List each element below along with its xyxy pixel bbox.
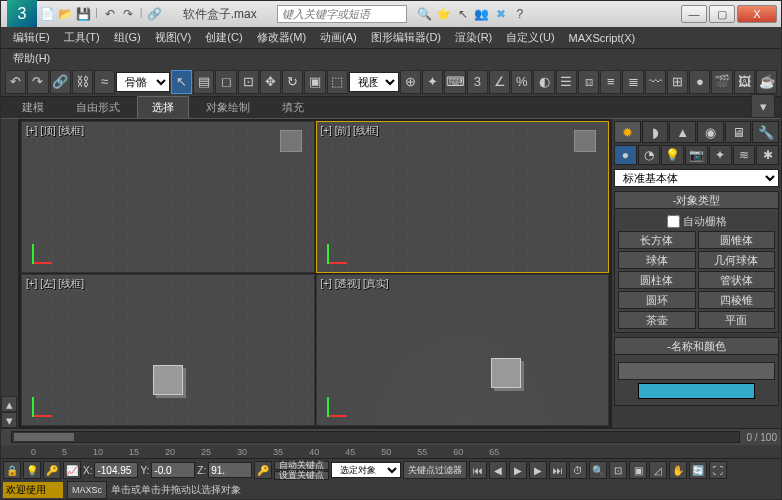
maxscript-listener[interactable]: MAXSc (67, 481, 107, 499)
cp-sub-spacewarps-icon[interactable]: ≋ (733, 145, 756, 165)
cp-sub-helpers-icon[interactable]: ✦ (709, 145, 732, 165)
viewport-perspective[interactable]: [+] [透视] [真实] (316, 274, 610, 426)
ribbon-tab-object-paint[interactable]: 对象绘制 (191, 96, 265, 118)
ribbon-tab-freeform[interactable]: 自由形式 (61, 96, 135, 118)
ribbon-tab-selection[interactable]: 选择 (137, 96, 189, 118)
viewcube-icon[interactable] (280, 130, 302, 152)
select-by-name-icon[interactable]: ▤ (193, 70, 214, 94)
scale-tool-icon[interactable]: ▣ (304, 70, 325, 94)
pivot-center-icon[interactable]: ⊕ (400, 70, 421, 94)
prev-frame-icon[interactable]: ◀ (489, 461, 507, 479)
search-input[interactable] (277, 5, 407, 23)
rollout-name-color[interactable]: - 名称和颜色 (614, 337, 779, 355)
maximize-button[interactable]: ▢ (709, 5, 735, 23)
object-name-input[interactable] (618, 362, 775, 380)
create-primitive-button[interactable]: 球体 (618, 251, 696, 269)
create-primitive-button[interactable]: 圆环 (618, 291, 696, 309)
orbit-icon[interactable]: 🔄 (689, 461, 707, 479)
render-frame-icon[interactable]: 🖼 (734, 70, 755, 94)
menu-animation[interactable]: 动画(A) (314, 28, 363, 47)
rotate-tool-icon[interactable]: ↻ (282, 70, 303, 94)
menu-maxscript[interactable]: MAXScript(X) (563, 30, 642, 46)
menu-views[interactable]: 视图(V) (149, 28, 198, 47)
selection-filter-combo[interactable]: 骨骼 (116, 72, 170, 92)
zoom-icon[interactable]: 🔍 (589, 461, 607, 479)
mirror-icon[interactable]: ⧈ (578, 70, 599, 94)
minimize-button[interactable]: — (681, 5, 707, 23)
menu-create[interactable]: 创建(C) (199, 28, 248, 47)
ref-coord-combo[interactable]: 视图 (349, 72, 399, 92)
timeline-ruler[interactable]: 05101520253035404550556065 (1, 445, 781, 459)
spinner-snap-icon[interactable]: ◐ (533, 70, 554, 94)
z-input[interactable] (208, 462, 252, 478)
viewport-top-label[interactable]: [+] [顶] [线框] (26, 124, 84, 138)
scroll-down-icon[interactable]: ▾ (1, 412, 17, 428)
menu-customize[interactable]: 自定义(U) (500, 28, 560, 47)
bind-space-warp-icon[interactable]: ≈ (94, 70, 115, 94)
viewport-front[interactable]: [+] [前] [线框] (316, 121, 610, 273)
viewport-left[interactable]: [+] [左] [线框] (21, 274, 315, 426)
cp-tab-display-icon[interactable]: 🖥 (725, 121, 752, 143)
render-setup-icon[interactable]: 🎬 (711, 70, 732, 94)
app-logo-icon[interactable]: 3 (7, 0, 37, 29)
named-selection-icon[interactable]: ☰ (556, 70, 577, 94)
cp-sub-cameras-icon[interactable]: 📷 (685, 145, 708, 165)
redo-icon[interactable]: ↷ (120, 6, 136, 22)
window-crossing-icon[interactable]: ⊡ (238, 70, 259, 94)
snap-toggle-icon[interactable]: 3 (467, 70, 488, 94)
ribbon-expand-icon[interactable]: ▾ (751, 94, 775, 118)
lock-selection-icon[interactable]: 🔒 (3, 461, 21, 479)
manipulate-icon[interactable]: ✦ (422, 70, 443, 94)
cp-sub-lights-icon[interactable]: 💡 (661, 145, 684, 165)
time-config-icon[interactable]: ⏱ (569, 461, 587, 479)
community-icon[interactable]: 👥 (474, 6, 490, 22)
key-icon[interactable]: 🔑 (254, 461, 272, 479)
next-frame-icon[interactable]: ▶ (529, 461, 547, 479)
timeline-slider[interactable] (11, 431, 740, 443)
link-icon[interactable]: 🔗 (147, 6, 163, 22)
scene-object-cube[interactable] (153, 365, 183, 395)
ribbon-tab-populate[interactable]: 填充 (267, 96, 319, 118)
goto-end-icon[interactable]: ⏭ (549, 461, 567, 479)
cp-tab-motion-icon[interactable]: ◉ (697, 121, 724, 143)
menu-group[interactable]: 组(G) (108, 28, 147, 47)
setkey-button[interactable]: 设置关键点 (274, 471, 329, 480)
cp-sub-shapes-icon[interactable]: ◔ (638, 145, 661, 165)
create-primitive-button[interactable]: 圆锥体 (698, 231, 776, 249)
scene-object-cube[interactable] (491, 358, 521, 388)
viewcube-icon[interactable] (574, 130, 596, 152)
render-production-icon[interactable]: ☕ (756, 70, 777, 94)
layers-icon[interactable]: ≣ (622, 70, 643, 94)
pan-icon[interactable]: ✋ (669, 461, 687, 479)
field-of-view-icon[interactable]: ◿ (649, 461, 667, 479)
save-icon[interactable]: 💾 (75, 6, 91, 22)
category-combo[interactable]: 标准基本体 (614, 169, 779, 187)
welcome-badge[interactable]: 欢迎使用 (3, 482, 63, 498)
undo-icon[interactable]: ↶ (102, 6, 118, 22)
align-icon[interactable]: ≡ (600, 70, 621, 94)
undo-tool-icon[interactable]: ↶ (5, 70, 26, 94)
key-target-combo[interactable]: 选定对象 (331, 462, 401, 478)
create-primitive-button[interactable]: 四棱锥 (698, 291, 776, 309)
menu-edit[interactable]: 编辑(E) (7, 28, 56, 47)
menu-tools[interactable]: 工具(T) (58, 28, 106, 47)
viewport-left-label[interactable]: [+] [左] [线框] (26, 277, 84, 291)
zoom-extents-icon[interactable]: ▣ (629, 461, 647, 479)
key-filter-button[interactable]: 关键点过滤器 (403, 461, 467, 479)
exchange-icon[interactable]: ✖ (493, 6, 509, 22)
cp-tab-modify-icon[interactable]: ◗ (642, 121, 669, 143)
cp-sub-geometry-icon[interactable]: ● (614, 145, 637, 165)
viewport-front-label[interactable]: [+] [前] [线框] (321, 124, 379, 138)
move-tool-icon[interactable]: ✥ (260, 70, 281, 94)
new-icon[interactable]: 📄 (39, 6, 55, 22)
create-primitive-button[interactable]: 几何球体 (698, 251, 776, 269)
keyboard-shortcut-icon[interactable]: ⌨ (444, 70, 465, 94)
material-editor-icon[interactable]: ● (689, 70, 710, 94)
create-primitive-button[interactable]: 圆柱体 (618, 271, 696, 289)
create-primitive-button[interactable]: 茶壶 (618, 311, 696, 329)
menu-help[interactable]: 帮助(H) (7, 49, 56, 68)
graph-icon[interactable]: 📈 (63, 461, 81, 479)
select-object-icon[interactable]: ↖ (171, 70, 192, 94)
cp-tab-create-icon[interactable]: ✹ (614, 121, 641, 143)
open-icon[interactable]: 📂 (57, 6, 73, 22)
